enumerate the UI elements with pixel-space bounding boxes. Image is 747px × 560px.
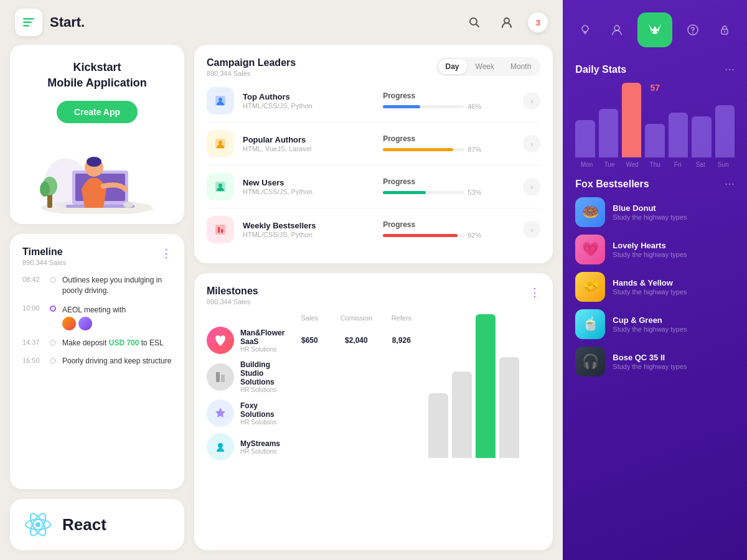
svg-point-15 — [40, 182, 50, 197]
daily-stats-header: Daily Stats ⋯ — [575, 63, 735, 75]
fox-bestsellers-header: Fox Bestsellers ⋯ — [575, 178, 735, 190]
list-item: Foxy Solutions HR Solutions — [207, 399, 418, 427]
row-icon — [207, 216, 234, 243]
header: Start. 3 — [0, 0, 563, 45]
fox-bestsellers-title: Fox Bestsellers — [575, 179, 649, 190]
fb-thumbnail: 🎧 — [575, 347, 605, 376]
list-item: 14:37 Make deposit USD 700 to ESL — [22, 338, 172, 348]
svg-rect-30 — [216, 372, 220, 382]
list-item: 08:42 Outlines keep you indulging in poo… — [22, 275, 172, 296]
svg-point-22 — [218, 98, 222, 101]
fox-bestsellers-menu[interactable]: ⋯ — [725, 178, 735, 190]
panel-icon-lock[interactable] — [713, 19, 736, 41]
react-banner: React — [10, 499, 184, 550]
chart-bar-tue — [599, 109, 618, 157]
table-row: Weekly Bestsellers HTML/CSS/JS, Python P… — [207, 208, 540, 251]
svg-point-32 — [218, 443, 223, 448]
ms-icon — [207, 399, 234, 427]
timeline-title: Timeline — [22, 246, 66, 258]
timeline-card: Timeline 890,344 Sales ⋮ 08:42 Outlines … — [10, 234, 184, 489]
campaign-title: Campaign Leaders — [207, 57, 296, 68]
create-app-button[interactable]: Create App — [57, 101, 138, 123]
row-arrow-btn[interactable]: › — [523, 221, 540, 238]
row-arrow-btn[interactable]: › — [523, 92, 540, 110]
svg-rect-1 — [23, 22, 32, 24]
chart-bar-mon — [575, 120, 594, 157]
panel-icon-lightbulb[interactable] — [574, 19, 596, 41]
fb-thumbnail: 🍩 — [575, 197, 605, 227]
fb-thumbnail: 🤝 — [575, 272, 605, 302]
svg-rect-2 — [23, 25, 29, 27]
logo-icon — [15, 9, 42, 36]
table-row: Top Authors HTML/CSS/JS, Python Progress… — [207, 80, 540, 123]
campaign-header: Campaign Leaders 890,344 Sales Day Week … — [207, 57, 540, 77]
milestones-card: Milestones 890,344 Sales ⋮ Sales Comissi… — [194, 273, 553, 550]
list-item: 🤝 Hands & Yellow Study the highway types — [575, 272, 735, 302]
right-column: Campaign Leaders 890,344 Sales Day Week … — [194, 45, 553, 550]
milestones-menu-btn[interactable]: ⋮ — [529, 286, 540, 299]
chart-peak-value: 57 — [650, 83, 660, 93]
svg-point-36 — [657, 31, 659, 33]
row-arrow-btn[interactable]: › — [523, 135, 540, 152]
timeline-menu-btn[interactable]: ⋮ — [161, 246, 172, 260]
svg-point-16 — [123, 202, 133, 208]
panel-icons-row — [563, 0, 747, 54]
panel-icon-help[interactable] — [682, 19, 704, 41]
chart-bar-sun — [715, 105, 735, 157]
tab-month[interactable]: Month — [503, 59, 538, 74]
chart-bar-sat — [692, 116, 711, 157]
timeline-items: 08:42 Outlines keep you indulging in poo… — [22, 275, 172, 366]
row-arrow-btn[interactable]: › — [523, 178, 540, 195]
svg-point-33 — [582, 26, 588, 32]
list-item: 🍩 Blue Donut Study the highway types — [575, 197, 735, 227]
campaign-card: Campaign Leaders 890,344 Sales Day Week … — [194, 45, 553, 263]
milestones-chart — [428, 314, 540, 460]
kickstart-title: Kickstart Mobile Application — [22, 60, 172, 91]
svg-rect-0 — [23, 18, 34, 20]
svg-rect-28 — [218, 227, 220, 233]
logo-text: Start. — [50, 14, 85, 30]
table-row: New Users HTML/CSS/JS, Python Progress 5… — [207, 166, 540, 208]
milestones-col-headers: Sales Comission Refers — [207, 314, 418, 327]
list-item: Building Studio Solutions HR Solutions — [207, 360, 418, 393]
fox-bestsellers-items: 🍩 Blue Donut Study the highway types 💗 L… — [575, 197, 735, 376]
daily-stats-title: Daily Stats — [575, 64, 626, 75]
daily-stats-chart: 57 — [575, 83, 735, 157]
daily-stats-section: Daily Stats ⋯ 57 Mon Tue Wed Thu Fri Sat — [563, 54, 747, 178]
svg-rect-27 — [215, 225, 225, 235]
main-area: Start. 3 Kicksta — [0, 0, 563, 560]
svg-point-26 — [218, 184, 222, 187]
svg-point-17 — [35, 522, 40, 527]
header-icons: 3 — [463, 11, 548, 34]
list-item: 16:50 Poorly driving and keep structure — [22, 356, 172, 366]
panel-icon-user[interactable] — [606, 19, 628, 41]
list-item: 10:00 AEOL meeting with — [22, 304, 172, 330]
fox-bestsellers-section: Fox Bestsellers ⋯ 🍩 Blue Donut Study the… — [563, 178, 747, 560]
search-icon[interactable] — [463, 11, 486, 34]
kickstart-card: Kickstart Mobile Application Create App — [10, 45, 184, 224]
svg-point-40 — [724, 31, 725, 32]
daily-stats-menu[interactable]: ⋯ — [725, 63, 735, 75]
right-panel: Daily Stats ⋯ 57 Mon Tue Wed Thu Fri Sat — [563, 0, 747, 560]
ms-icon — [207, 433, 234, 460]
user-icon[interactable] — [496, 11, 518, 34]
svg-rect-29 — [221, 229, 223, 233]
avatar — [62, 317, 76, 330]
notification-badge[interactable]: 3 — [528, 12, 548, 32]
milestones-header: Milestones 890,344 Sales ⋮ — [207, 286, 540, 306]
tab-day[interactable]: Day — [438, 59, 467, 74]
content: Kickstart Mobile Application Create App — [0, 45, 563, 560]
tab-week[interactable]: Week — [468, 59, 502, 74]
row-icon — [207, 173, 234, 200]
list-item: MyStreams HR Solutions — [207, 433, 418, 460]
milestones-subtitle: 890,344 Sales — [207, 298, 258, 306]
svg-line-4 — [476, 24, 479, 27]
svg-point-12 — [87, 157, 101, 167]
react-label: React — [62, 515, 106, 534]
react-icon — [22, 509, 54, 540]
panel-icon-fox[interactable] — [637, 12, 672, 47]
row-icon — [207, 87, 234, 114]
svg-rect-31 — [221, 375, 225, 382]
ms-icon — [207, 363, 234, 391]
timeline-subtitle: 890,344 Sales — [22, 259, 66, 266]
